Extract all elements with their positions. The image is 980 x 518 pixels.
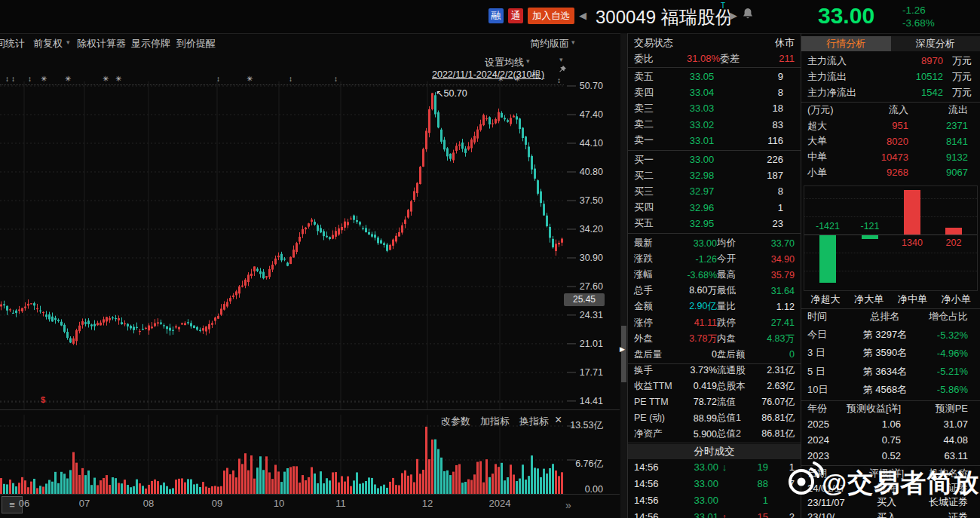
candle-body <box>344 222 346 228</box>
candle-body <box>531 156 533 170</box>
volume-bar <box>362 483 364 494</box>
cell: 流值 <box>717 396 755 409</box>
candle-body <box>39 311 41 311</box>
toolbar-exright-calculator[interactable]: 除权计算器 <box>77 37 126 51</box>
volume-bar <box>461 483 464 494</box>
candle-body <box>259 271 262 274</box>
y-axis-label: 21.01 <box>564 339 603 349</box>
volume-bar <box>401 473 403 494</box>
volume-bar <box>96 485 99 494</box>
cell: 0.419 <box>675 381 717 391</box>
chart-scrollbar[interactable] <box>620 33 627 518</box>
scroll-right-icon[interactable]: » <box>565 499 571 511</box>
next-stock-arrow[interactable]: ▶ <box>730 10 737 21</box>
toolbar-simple-layout[interactable]: 简约版面 <box>530 37 569 51</box>
tab-quote-analysis[interactable]: 行情分析 <box>801 36 891 51</box>
toolbar-price-alert[interactable]: 到价提醒 <box>176 37 216 51</box>
scrollbar-arrow-icon[interactable]: ▶ <box>620 345 625 353</box>
cell: 金额 <box>634 300 675 313</box>
scrollbar-thumb[interactable] <box>621 326 626 382</box>
ma-settings[interactable]: 设置均线 <box>485 56 524 69</box>
cell: 盘后额 <box>717 348 755 361</box>
candle-body <box>296 243 298 252</box>
volume-bar <box>265 456 268 494</box>
candle-body <box>482 115 485 125</box>
candle-body <box>320 228 322 232</box>
y-axis-label: 17.71 <box>564 367 603 378</box>
weibi-row: 委比31.08%委差211 <box>634 51 795 66</box>
cell: 0 <box>755 349 795 360</box>
volume-bar <box>434 440 436 494</box>
date-range-label[interactable]: 2022/11/1-2024/2/2(310根) <box>432 69 544 81</box>
toolbar-forward-adjust[interactable]: 前复权 <box>33 37 63 51</box>
table-row: 超大9512371 <box>807 118 974 134</box>
volume-bar <box>148 485 150 494</box>
cell: 量比 <box>717 300 755 313</box>
chevron-down-icon[interactable]: ▾ <box>66 38 70 46</box>
pin-icon[interactable] <box>558 65 567 74</box>
volume-bar <box>27 487 29 494</box>
volume-bar <box>356 472 358 494</box>
candle-body <box>513 116 515 118</box>
y-axis-label: 37.50 <box>564 195 603 206</box>
candle-body <box>289 257 292 264</box>
chevron-down-icon[interactable]: ▾ <box>571 38 575 46</box>
volume-bar <box>516 481 518 494</box>
candlestick-chart[interactable] <box>0 81 620 409</box>
cell: 3.78万 <box>675 333 717 345</box>
candle-body <box>452 152 455 160</box>
cell: 今日 <box>807 328 844 342</box>
table-row: 买二32.98187 <box>634 167 795 183</box>
candle-body <box>368 232 370 234</box>
candle-body <box>106 317 108 321</box>
cell: 中单 <box>807 150 850 164</box>
tab-depth-analysis[interactable]: 深度分析 <box>891 36 980 51</box>
volume-bar <box>247 470 250 494</box>
volume-bar <box>302 475 304 494</box>
netflow-value-label: 202 <box>931 238 976 248</box>
chevron-down-icon[interactable]: ▾ <box>526 57 530 65</box>
prev-stock-arrow[interactable]: ◀ <box>579 10 586 21</box>
cell: 买二 <box>634 169 672 182</box>
table-row: 14:5633.01↑152 <box>634 508 795 518</box>
candle-body <box>428 109 430 133</box>
candle-body <box>42 312 44 313</box>
volume-axis-label: 6.76亿 <box>564 458 603 470</box>
table-row: 买一33.00226 <box>634 152 795 167</box>
volume-bar <box>151 481 153 494</box>
cell: 10473 <box>850 152 908 163</box>
volume-bar <box>522 464 524 494</box>
alert-bell-icon[interactable] <box>742 8 754 21</box>
candle-body <box>314 222 316 225</box>
candle-body <box>21 308 23 311</box>
toolbar-show-halted[interactable]: 显示停牌 <box>131 37 170 51</box>
candle-body <box>115 318 117 319</box>
table-row: 23/10/…买入…证券 <box>807 510 974 518</box>
chevron-down-icon[interactable]: ▾ <box>559 56 563 63</box>
volume-bar <box>229 474 231 494</box>
add-to-watchlist-button[interactable]: 加入自选 <box>528 8 574 24</box>
candle-body <box>87 320 90 324</box>
candle-body <box>60 322 63 326</box>
candle-body <box>561 239 563 243</box>
candle-body <box>449 154 452 159</box>
dollar-event-marker[interactable]: $ <box>41 395 45 404</box>
y-axis-label: 47.40 <box>564 109 603 120</box>
weibo-logo-icon <box>781 458 823 501</box>
volume-bar <box>305 480 307 494</box>
cell: 33.02 <box>672 119 732 130</box>
volume-bar <box>479 461 482 494</box>
candle-body <box>537 180 539 194</box>
cell: 卖二 <box>634 118 672 131</box>
cell: 2025 <box>807 418 847 430</box>
toolbar-range-stats[interactable]: 间统计 <box>0 37 25 51</box>
candle-body <box>516 116 518 119</box>
volume-bar <box>9 480 11 494</box>
candle-body <box>386 244 388 250</box>
volume-bar <box>380 486 382 494</box>
netflow-bar <box>945 228 962 234</box>
volume-chart[interactable] <box>0 415 620 494</box>
candle-body <box>103 319 105 322</box>
table-row: 涨幅-3.68%最高35.79 <box>634 267 795 283</box>
candle-body <box>90 324 93 326</box>
